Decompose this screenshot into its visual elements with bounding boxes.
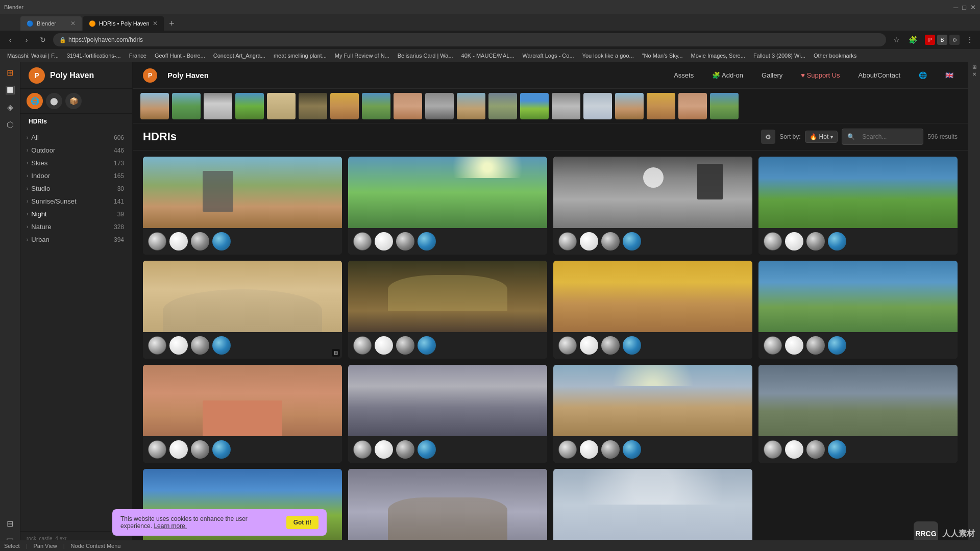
nav-about[interactable]: About/Contact [854,69,904,81]
new-tab-btn[interactable]: + [165,16,179,31]
category-skies[interactable]: › Skies 173 [20,157,132,169]
bookmark-14[interactable]: Fallout 3 (2008) Wi... [750,52,808,60]
bookmark-13[interactable]: Movie Images, Scre... [688,52,748,60]
nav-support[interactable]: ♥ Support Us [797,69,844,81]
preview-thumb-15[interactable] [583,93,612,119]
ext-icon-2[interactable]: B [937,35,947,45]
close-btn[interactable]: ✕ [970,4,976,11]
category-nature[interactable]: › Nature 328 [20,220,132,233]
ph-nav-globe[interactable]: 🌐 [27,93,43,109]
hdri-scroll-area[interactable]: ⊞ [133,151,968,551]
nav-flag[interactable]: 🇬🇧 [941,69,958,81]
preview-thumb-13[interactable] [520,93,549,119]
tab-close-active[interactable]: ✕ [153,20,158,27]
hdri-card-3[interactable] [553,157,752,255]
ph-nav-sphere[interactable]: ⬤ [46,93,62,109]
minimize-btn[interactable]: ─ [953,4,958,11]
preview-thumb-5[interactable] [267,93,296,119]
bookmark-15[interactable]: Other bookmarks [811,52,860,60]
back-btn[interactable]: ‹ [4,34,16,46]
blender-icon-view[interactable]: 🔲 [2,82,18,98]
bookmarks-btn[interactable]: ☆ [890,34,902,46]
nav-gallery[interactable]: Gallery [757,69,787,81]
bookmark-7[interactable]: My Full Review of N... [332,52,393,60]
hdri-card-10[interactable] [348,365,547,463]
preview-thumb-18[interactable] [678,93,707,119]
hdri-card-11[interactable] [553,365,752,463]
reload-btn[interactable]: ↻ [37,34,49,46]
preview-thumb-9[interactable] [394,93,422,119]
bookmark-9[interactable]: 40K - MAUCE/MAL... [458,52,518,60]
url-box[interactable]: 🔒 https://polyhaven.com/hdris [53,33,886,46]
preview-thumb-3[interactable] [204,93,232,119]
ph-nav-model[interactable]: 📦 [65,93,82,109]
category-night[interactable]: › Night 39 [20,208,132,220]
settings-btn[interactable]: ⚙ [761,130,775,144]
blender-right-icon-2[interactable]: ✕ [972,71,976,77]
nav-addon[interactable]: 🧩 Add-on [708,69,747,81]
tab-blender[interactable]: 🔵 Blender ✕ [20,16,82,31]
preview-thumb-16[interactable] [615,93,644,119]
category-indoor[interactable]: › Indoor 165 [20,169,132,182]
hdri-card-7[interactable] [553,261,752,359]
search-input[interactable] [858,131,919,142]
ext-icon-1[interactable]: P [925,35,935,45]
bookmark-2[interactable]: 31941-fortifications-... [64,52,124,60]
preview-thumb-10[interactable] [425,93,454,119]
blender-icon-scene[interactable]: ⊞ [2,64,18,81]
hdri-card-12[interactable] [758,365,958,463]
extensions-btn[interactable]: 🧩 [906,34,919,46]
ph-logo-text[interactable]: Poly Haven [50,71,94,80]
preview-thumb-7[interactable] [330,93,359,119]
site-logo-text[interactable]: Poly Haven [167,71,209,80]
hdri-card-14[interactable] [348,469,547,551]
tab-close[interactable]: ✕ [70,20,76,27]
preview-thumb-6[interactable] [299,93,327,119]
preview-thumb-8[interactable] [362,93,390,119]
sort-dropdown[interactable]: 🔥 Hot ▾ [805,131,838,143]
menu-btn[interactable]: ⋮ [964,34,976,46]
bookmark-12[interactable]: "No Man's Sky... [639,52,686,60]
preview-thumb-11[interactable] [457,93,485,119]
blender-icon-mesh[interactable]: ⬡ [2,116,18,133]
category-studio[interactable]: › Studio 30 [20,182,132,195]
preview-thumb-19[interactable] [710,93,739,119]
preview-thumb-2[interactable] [172,93,201,119]
hdri-card-6[interactable] [348,261,547,359]
hdri-card-8[interactable] [758,261,958,359]
category-outdoor[interactable]: › Outdoor 446 [20,144,132,157]
bookmark-10[interactable]: Warcraft Logs - Co... [520,52,577,60]
bookmark-1[interactable]: Masashi: Wakui | F... [4,52,62,60]
blender-icon-select[interactable]: ◈ [2,99,18,115]
preview-thumb-4[interactable] [235,93,264,119]
hdri-card-15[interactable] [553,469,752,551]
hdri-card-9[interactable] [143,365,342,463]
preview-thumb-12[interactable] [488,93,517,119]
hdri-card-2[interactable] [348,157,547,255]
category-urban[interactable]: › Urban 394 [20,233,132,246]
bookmark-3[interactable]: France [126,52,150,60]
ext-icon-3[interactable]: ⚙ [949,35,960,45]
category-all[interactable]: › All 606 [20,131,132,144]
tab-polyhaven[interactable]: 🟠 HDRIs • Poly Haven ✕ [83,16,164,31]
cookie-accept-btn[interactable]: Got it! [286,516,318,529]
cookie-learn-more[interactable]: Learn more. [154,522,187,530]
nav-assets[interactable]: Assets [670,69,698,81]
blender-icon-bottom-1[interactable]: ⊟ [2,515,18,532]
category-sunrise[interactable]: › Sunrise/Sunset 141 [20,195,132,208]
bookmark-4[interactable]: Geoff Hunt - Borre... [152,52,208,60]
bookmark-8[interactable]: Belisarius Card | Wa... [395,52,456,60]
bookmark-11[interactable]: You look like a goo... [579,52,637,60]
hdri-card-1[interactable] [143,157,342,255]
preview-thumb-17[interactable] [647,93,675,119]
blender-right-icon-1[interactable]: ⊞ [972,64,976,70]
maximize-btn[interactable]: □ [962,4,966,11]
preview-thumb-1[interactable] [140,93,169,119]
preview-thumb-14[interactable] [552,93,580,119]
nav-lang[interactable]: 🌐 [915,69,931,81]
bookmark-5[interactable]: Concept Art_Angra... [210,52,268,60]
bookmark-6[interactable]: meat smelling plant... [271,52,330,60]
hdri-card-5[interactable]: ⊞ [143,261,342,359]
forward-btn[interactable]: › [20,34,33,46]
hdri-card-4[interactable] [758,157,958,255]
